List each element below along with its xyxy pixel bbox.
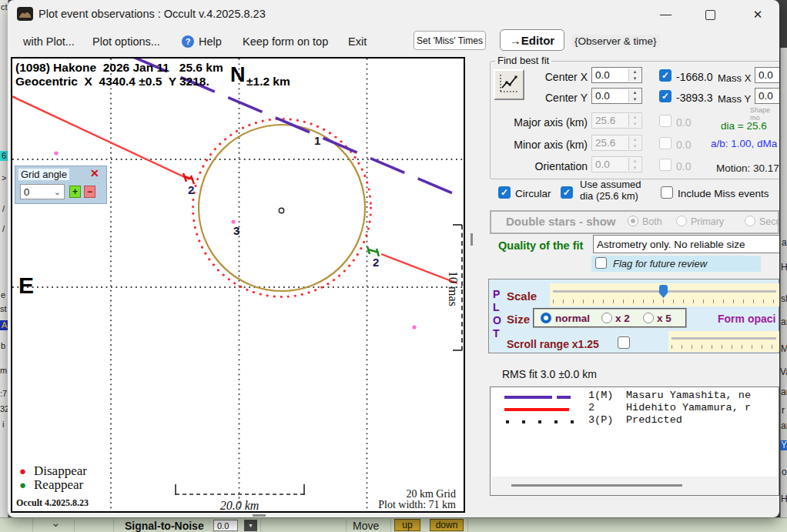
grid-angle-select[interactable]: 0 ⌄ [20,184,65,199]
menu-exit[interactable]: Exit [348,35,367,48]
grid-angle-plus-button[interactable]: + [69,186,81,198]
include-miss-label: Include Miss events [678,188,769,199]
maximize-button[interactable] [705,10,715,20]
use-assumed-checkbox[interactable]: ✓ [561,186,573,199]
minor-axis-label: Minor axis (km) [498,139,588,151]
size-x5-radio[interactable] [643,313,654,323]
flag-review-checkbox[interactable] [595,257,607,269]
slider-thumb[interactable] [659,285,668,298]
set-miss-times-button[interactable]: Set 'Miss' Times [414,31,486,50]
form-opacity-slider[interactable] [668,331,779,352]
bg-fragment: as [781,318,787,326]
center-y-label: Center Y [514,92,588,104]
plot-vscrollbar-thumb[interactable] [471,233,473,246]
include-miss-checkbox[interactable] [661,186,673,199]
bg-fragment: i [2,420,4,429]
check-icon: ✓ [661,70,669,81]
move-down-button[interactable]: down [430,519,464,531]
quality-combo[interactable]: Astrometry only. No reliable size [593,235,779,253]
major-axis-input: 25.6 ▲ ▼ [591,112,642,129]
mass-x-input[interactable]: 0.0 [755,67,779,83]
bg-fragment: a [782,239,787,247]
screen: { "glyphs":{"check":"✓","chevron":"⌄","u… [0,0,787,532]
double-stars-label: Double stars - show [506,215,616,228]
chord1-label: 1 [314,134,320,147]
center-x-locked-value: -1668.0 [676,71,712,83]
scalebar-label: 20.0 km [205,499,274,513]
legend-line-3-swatch [506,420,575,423]
spin-down-icon[interactable]: ▼ [629,75,641,82]
rms-label: RMS fit 3.0 ±0.0 km [502,368,597,380]
center-y-input[interactable]: 0.0 ▲ ▼ [591,88,642,104]
chevron-down-icon[interactable]: ⌄ [51,516,61,530]
disappear-dot-icon: ● [19,465,26,477]
signal-to-noise-input[interactable]: 0.0 [213,520,238,531]
grid-angle-close-icon[interactable]: ✕ [90,167,99,179]
scale-slider[interactable] [550,283,779,306]
center-y-spinner[interactable]: ▲ ▼ [628,89,641,102]
use-assumed-label-1: Use assumed [580,179,641,190]
menu-help[interactable]: Help [199,35,222,48]
signal-dropdown-button[interactable]: ▼ [244,520,257,531]
divider [260,519,261,532]
motion-note: Motion: 30.17 [716,162,779,174]
editor-button[interactable]: →Editor [500,29,564,51]
bg-fragment: H [781,263,787,272]
move-down-label: down [436,520,458,530]
plot-word-label: PLOT [493,288,502,340]
grid-angle-minus-button[interactable]: − [84,186,95,198]
listbox-hscrollbar-thumb[interactable] [511,484,682,487]
background-bottom-toolbar [0,517,787,532]
size-normal-label: normal [555,313,590,324]
center-y-lock-checkbox[interactable]: ✓ [659,90,671,102]
observer-listbox[interactable]: 1(M) Masaru Yamashita, ne 2 Hidehito Yam… [490,386,779,496]
bg-fragment: / [2,205,5,213]
major-axis-label: Major axis (km) [498,116,588,129]
move-up-button[interactable]: up [394,519,420,531]
spin-up-icon[interactable]: ▲ [629,69,641,75]
listbox-hscrollbar[interactable] [491,477,778,495]
size-x2-radio[interactable] [601,313,612,323]
chord3-label: 3 [233,224,239,237]
dia-note: dia = 25.6 [721,120,767,132]
menu-plot-options[interactable]: Plot options... [92,35,160,48]
menu-with-plot[interactable]: with Plot... [23,35,75,48]
set-miss-times-label: Set 'Miss' Times [417,35,483,46]
center-x-input[interactable]: 0.0 ▲ ▼ [591,67,642,83]
major-axis-locked: 0.0 [676,116,691,129]
center-x-lock-checkbox[interactable]: ✓ [659,69,671,82]
double-stars-primary-label: Primary [691,216,724,227]
size-normal-radio[interactable] [541,313,551,323]
move-up-label: up [402,520,412,530]
spin-up-icon[interactable]: ▲ [629,89,641,96]
signal-to-noise-label: Signal-to-Noise [125,520,204,532]
plot-hscrollbar-thumb[interactable] [253,514,266,517]
help-icon[interactable]: ? [182,35,194,48]
scroll-range-checkbox[interactable] [618,336,630,349]
move-label: Move [353,520,379,532]
use-assumed-label-2: dia (25.6 km) [580,190,638,202]
plot-title-line1: (1098) Hakone 2026 Jan 11 25.6 km [15,61,223,75]
size-label: Size [507,313,530,326]
double-stars-secondary-label: Secon [759,216,779,227]
help-glyph: ? [186,37,191,46]
plot-drawing [12,59,464,511]
spin-up-icon: ▲ [629,158,641,165]
close-button[interactable]: ✕ [752,8,763,22]
quality-value: Astrometry only. No reliable size [597,239,745,250]
plot-canvas[interactable]: (1098) Hakone 2026 Jan 11 25.6 km Geocen… [11,57,465,513]
center-x-spinner[interactable]: ▲ ▼ [628,69,641,82]
spin-down-icon[interactable]: ▼ [629,96,641,103]
disappear-label: Disappear [34,463,87,479]
window-title: Plot event observations : Occult v.4.202… [39,8,266,20]
double-stars-secondary-radio [745,216,755,226]
menu-keep-on-top[interactable]: Keep form on top [243,35,328,48]
shape-note: Shape mo [750,106,779,122]
minimize-button[interactable]: — [660,7,671,20]
orientation-input: 0.0 ▲ ▼ [591,156,642,172]
mass-x-label: Mass X [718,72,751,84]
grid-angle-panel: Grid angle ✕ 0 ⌄ + − [15,166,107,204]
mass-y-input[interactable]: 0.0 [755,88,779,104]
minor-axis-value: 25.6 [595,137,615,149]
circular-checkbox[interactable]: ✓ [498,186,511,199]
